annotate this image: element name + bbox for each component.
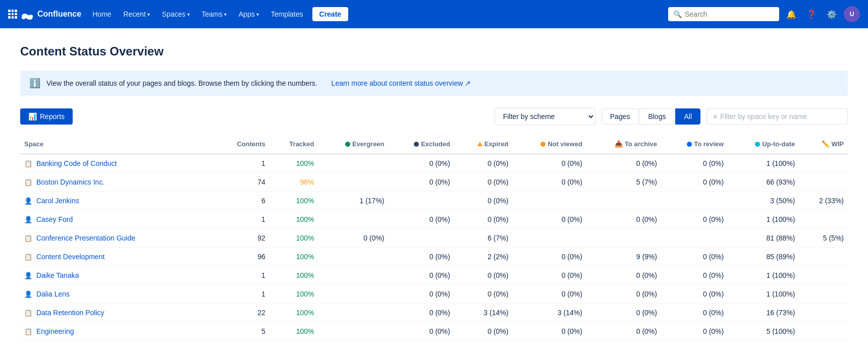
filter-icon: ≡: [713, 112, 717, 121]
cell-wip: [799, 210, 848, 228]
cell-excluded: 0 (0%): [389, 303, 454, 322]
col-header-to-archive: 📥 To archive: [586, 135, 661, 154]
space-link[interactable]: Conference Presentation Guide: [36, 234, 135, 242]
table-header: Space Contents Tracked Evergreen Exclude…: [20, 135, 848, 154]
cell-contents: 92: [215, 228, 269, 247]
table-body: 📋 Banking Code of Conduct 1100%0 (0%)0 (…: [20, 154, 848, 341]
logo-text: Confluence: [37, 10, 81, 19]
cell-expired: 0 (0%): [454, 172, 512, 191]
space-type-icon: 📋: [24, 328, 32, 335]
cell-contents: 1: [215, 154, 269, 173]
space-link[interactable]: Content Development: [36, 253, 104, 261]
nav-templates[interactable]: Templates: [266, 6, 308, 22]
search-icon: 🔍: [673, 10, 682, 18]
cell-to-archive: [586, 191, 661, 210]
cell-space-name: 👤 Dalia Lens: [20, 284, 215, 303]
cell-contents: 22: [215, 303, 269, 322]
space-link[interactable]: Boston Dynamics Inc.: [36, 178, 104, 186]
space-link[interactable]: Carol Jenkins: [36, 197, 79, 205]
cell-expired: 0 (0%): [454, 266, 512, 284]
nav-home[interactable]: Home: [87, 6, 116, 22]
cell-not-viewed: 0 (0%): [512, 284, 586, 303]
cell-contents: 1: [215, 266, 269, 284]
search-box[interactable]: 🔍: [668, 7, 779, 21]
space-link[interactable]: Dalia Lens: [36, 290, 70, 298]
cell-to-review: 0 (0%): [661, 284, 728, 303]
filter-scheme-dropdown[interactable]: Filter by scheme: [495, 108, 595, 125]
cell-wip: 2 (33%): [799, 191, 848, 210]
filter-space-input[interactable]: [720, 112, 841, 121]
cell-expired: 0 (0%): [454, 210, 512, 228]
nav-recent[interactable]: Recent ▾: [118, 6, 154, 22]
help-button[interactable]: ❓: [803, 6, 820, 22]
space-link[interactable]: Data Retention Policy: [36, 309, 104, 317]
cell-tracked: 100%: [269, 322, 318, 340]
grid-icon: [8, 10, 17, 19]
cell-space-name: 👤 Daike Tanaka: [20, 266, 215, 284]
cell-evergreen: [318, 266, 389, 284]
space-link[interactable]: Engineering: [36, 327, 74, 335]
cell-to-review: 0 (0%): [661, 322, 728, 340]
cell-excluded: 0 (0%): [389, 284, 454, 303]
cell-excluded: 0 (0%): [389, 172, 454, 191]
cell-excluded: 0 (0%): [389, 266, 454, 284]
logo[interactable]: Confluence: [8, 8, 81, 20]
cell-to-review: 0 (0%): [661, 172, 728, 191]
info-learn-more-link[interactable]: Learn more about content status overview…: [332, 79, 471, 87]
main-content: Content Status Overview ℹ️ View the over…: [0, 28, 868, 353]
col-header-excluded: Excluded: [389, 135, 454, 154]
cell-to-review: 0 (0%): [661, 303, 728, 322]
reports-button[interactable]: 📊 Reports: [20, 108, 73, 125]
apps-chevron-icon: ▾: [256, 12, 259, 17]
space-type-icon: 📋: [24, 160, 32, 167]
page-title: Content Status Overview: [20, 44, 848, 58]
filter-space-box[interactable]: ≡: [707, 108, 848, 125]
create-button[interactable]: Create: [312, 7, 349, 21]
search-input[interactable]: [685, 10, 766, 18]
cell-expired: 0 (0%): [454, 154, 512, 173]
cell-to-review: 0 (0%): [661, 247, 728, 266]
cell-tracked: 100%: [269, 210, 318, 228]
cell-to-archive: 0 (0%): [586, 154, 661, 173]
notifications-button[interactable]: 🔔: [783, 6, 799, 22]
space-type-icon: 📋: [24, 253, 32, 261]
cell-space-name: 📋 Banking Code of Conduct: [20, 154, 215, 173]
space-type-icon: 📋: [24, 309, 32, 317]
cell-up-to-date: 5 (100%): [728, 322, 799, 340]
cell-space-name: 📋 Content Development: [20, 247, 215, 266]
space-type-icon: 📋: [24, 179, 32, 186]
cell-not-viewed: 0 (0%): [512, 154, 586, 173]
cell-evergreen: 1 (17%): [318, 191, 389, 210]
space-link[interactable]: Daike Tanaka: [36, 271, 79, 279]
nav-spaces[interactable]: Spaces ▾: [157, 6, 195, 22]
cell-excluded: 0 (0%): [389, 210, 454, 228]
cell-to-review: 0 (0%): [661, 266, 728, 284]
cell-wip: [799, 303, 848, 322]
cell-evergreen: [318, 172, 389, 191]
avatar[interactable]: U: [844, 6, 860, 22]
tab-all[interactable]: All: [675, 108, 700, 125]
cell-excluded: [389, 191, 454, 210]
cell-excluded: 0 (0%): [389, 247, 454, 266]
cell-to-review: [661, 191, 728, 210]
cell-space-name: 📋 Data Retention Policy: [20, 303, 215, 322]
col-header-contents: Contents: [215, 135, 269, 154]
cell-expired: 6 (7%): [454, 228, 512, 247]
space-link[interactable]: Banking Code of Conduct: [36, 159, 117, 167]
table-row: 📋 Conference Presentation Guide 92100%0 …: [20, 228, 848, 247]
table-row: 👤 Daike Tanaka 1100%0 (0%)0 (0%)0 (0%)0 …: [20, 266, 848, 284]
nav-apps[interactable]: Apps ▾: [234, 6, 264, 22]
info-text: View the overall status of your pages an…: [46, 79, 317, 87]
cell-tracked: 100%: [269, 247, 318, 266]
tab-pages[interactable]: Pages: [602, 108, 639, 125]
cell-wip: [799, 322, 848, 340]
settings-button[interactable]: ⚙️: [824, 6, 840, 22]
cell-expired: 3 (14%): [454, 303, 512, 322]
nav-teams[interactable]: Teams ▾: [197, 6, 232, 22]
tab-blogs[interactable]: Blogs: [639, 108, 674, 125]
space-link[interactable]: Casey Ford: [36, 215, 73, 223]
toolbar: 📊 Reports Filter by scheme Pages Blogs A…: [20, 108, 848, 125]
cell-evergreen: [318, 154, 389, 173]
reports-label: Reports: [40, 112, 65, 121]
cell-tracked: 100%: [269, 191, 318, 210]
